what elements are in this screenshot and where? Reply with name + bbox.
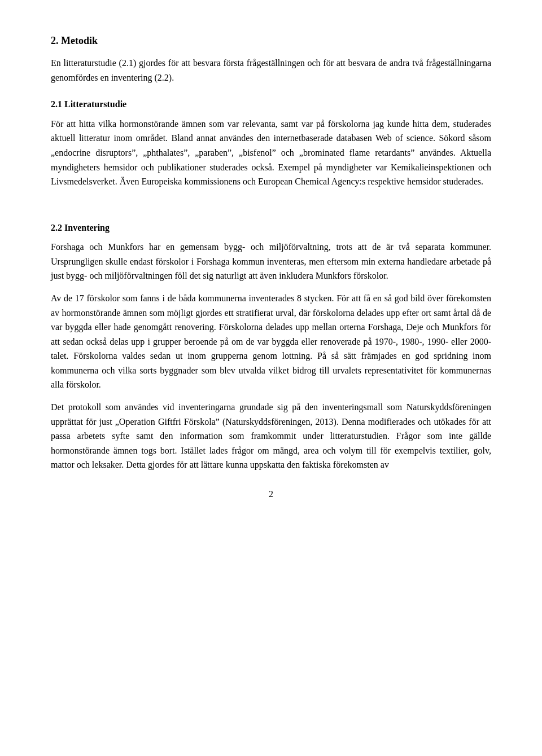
section-2-2-paragraph-1: Forshaga och Munkfors har en gemensam by…: [51, 240, 491, 283]
section-2-1-heading: 2.1 Litteraturstudie: [51, 98, 491, 111]
section-2-2-heading: 2.2 Inventering: [51, 222, 491, 234]
page-container: 2. Metodik En litteraturstudie (2.1) gjo…: [0, 0, 542, 756]
main-heading: 2. Metodik: [51, 34, 491, 48]
section-2-2-paragraph-2: Av de 17 förskolor som fanns i de båda k…: [51, 291, 491, 392]
intro-paragraph: En litteraturstudie (2.1) gjordes för at…: [51, 56, 491, 85]
spacer-1: [51, 197, 491, 208]
section-2-2-paragraph-3: Det protokoll som användes vid inventeri…: [51, 400, 491, 472]
page-number: 2: [51, 489, 491, 499]
section-2-1-paragraph-1: För att hitta vilka hormonstörande ämnen…: [51, 117, 491, 189]
